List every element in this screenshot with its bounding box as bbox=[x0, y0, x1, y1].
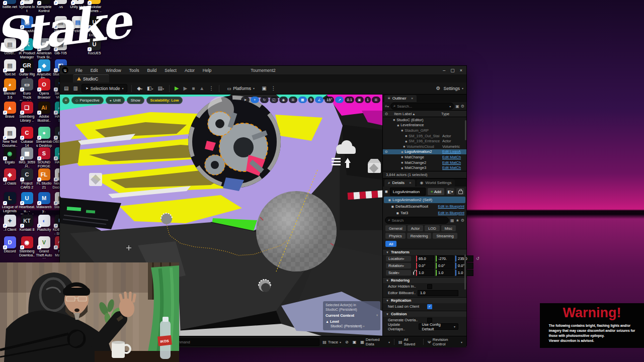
screenshot-icon[interactable]: ▣ bbox=[353, 340, 357, 344]
close-icon[interactable]: × bbox=[409, 180, 412, 185]
play-options-kebab-icon[interactable]: ⋮ bbox=[208, 85, 215, 91]
capture-icon[interactable]: ▣ bbox=[261, 85, 267, 91]
gear-icon[interactable]: ⚙ bbox=[461, 218, 464, 223]
derived-data-button[interactable]: ▦Derived Data▾ bbox=[360, 337, 390, 346]
actor-name-field[interactable]: LogoAnimation bbox=[390, 188, 426, 196]
desktop-icon[interactable]: ◆ ↗ ..t Oasis bbox=[2, 168, 18, 186]
scale-lock-icon[interactable] bbox=[413, 272, 414, 275]
desktop-icon[interactable]: K ↗ Komplete Kontrol bbox=[36, 0, 52, 13]
menu-item[interactable]: Tools bbox=[125, 68, 143, 73]
scalability-badge[interactable]: Scalability: Low bbox=[146, 97, 183, 104]
outliner-search-input[interactable]: ⌕ Search... ▾ bbox=[390, 103, 454, 110]
filter-icon[interactable]: ≡▾ bbox=[385, 104, 389, 109]
type-link[interactable]: Volumetric bbox=[442, 144, 465, 149]
rotation-snap-icon[interactable]: ∠ bbox=[315, 97, 324, 103]
desktop-icon[interactable]: ❏ ↗ Steinberg Library .. bbox=[19, 102, 35, 123]
outliner-row[interactable]: ◼ LevelInstance bbox=[383, 123, 466, 128]
outliner-row[interactable]: ◼ MatChange3 Edit MatCh bbox=[383, 165, 466, 170]
maximize-viewport-icon[interactable]: ⊞ bbox=[372, 97, 380, 103]
menu-item[interactable]: Edit bbox=[87, 68, 102, 73]
desktop-icon[interactable]: ▭ ↗ Euro Truck Simulator 2 bbox=[19, 78, 35, 101]
section-rendering[interactable]: ▼Rendering bbox=[383, 277, 466, 283]
scale-tool-icon[interactable]: ◱ bbox=[270, 97, 278, 103]
desktop-icon[interactable]: ● ↗ Streamlabs Desktop bbox=[36, 127, 52, 148]
desktop-icon[interactable]: S ↗ SOUND FORGE Au.. bbox=[36, 147, 52, 169]
type-link[interactable]: Edit MatCh bbox=[442, 155, 465, 159]
all-saved-button[interactable]: ▤All Saved bbox=[398, 337, 419, 346]
type-link[interactable]: Edit MatCh bbox=[442, 160, 465, 165]
blueprint-icon[interactable]: ◧▾ bbox=[146, 85, 154, 91]
desktop-icon[interactable]: ✦ ↗ ..t Client bbox=[2, 215, 18, 232]
type-link[interactable]: Edit MatCh bbox=[442, 165, 465, 170]
menu-item[interactable]: Window bbox=[102, 68, 125, 73]
outliner-row[interactable]: ◼ MatChange2 Edit MatCh bbox=[383, 160, 466, 165]
rotate-tool-icon[interactable]: ↻ bbox=[260, 97, 269, 103]
desktop-icon[interactable]: C ↗ Cubase 14 bbox=[19, 127, 35, 148]
skip-button[interactable]: ▶ bbox=[183, 85, 189, 91]
desktop-icon[interactable]: ▢ ↗ OculusMir.. bbox=[19, 16, 35, 37]
tab-outliner[interactable]: ≡ Outliner × bbox=[384, 95, 417, 102]
outliner-header[interactable]: ⊙ Item Label ▴ Type bbox=[383, 110, 466, 117]
value-x[interactable]: 0.0° bbox=[416, 262, 434, 269]
desktop-icon[interactable]: ◉ ↗ Steinberg Downloa.. bbox=[19, 236, 35, 257]
desktop-icon[interactable]: ▤ ↗ GPeMDo.. bbox=[69, 16, 86, 33]
outliner-row[interactable]: ◼ SM_196_Entrance Actor bbox=[383, 138, 466, 144]
folder-icon[interactable]: ▣ bbox=[455, 104, 459, 109]
view-mode-dropdown[interactable]: ● Unlit bbox=[106, 97, 125, 104]
filter-chip[interactable]: General bbox=[385, 225, 406, 231]
desktop-icon[interactable]: IK ↗ IK Product Manager bbox=[19, 38, 35, 59]
edit-in-blueprint-link[interactable]: Edit in Blueprint bbox=[438, 204, 464, 209]
filter-chip[interactable]: Misc bbox=[441, 225, 456, 231]
rotation-snap-value[interactable]: 15° bbox=[325, 97, 334, 103]
value-x[interactable]: 65.0 bbox=[416, 255, 434, 262]
grid-icon[interactable]: ▦ bbox=[450, 218, 454, 223]
save-icon[interactable]: ▤ bbox=[63, 85, 69, 91]
close-button[interactable]: × bbox=[460, 68, 462, 73]
desktop-icon[interactable]: D ↗ Discord bbox=[2, 236, 18, 253]
edit-in-blueprint-link[interactable]: Edit in Blueprint bbox=[438, 211, 464, 215]
value-x[interactable]: 1.0 bbox=[416, 269, 434, 276]
add-component-button[interactable]: +Add bbox=[428, 188, 444, 195]
desktop-icon[interactable]: KT ↗ Kontakt 8 bbox=[19, 215, 35, 232]
type-link[interactable]: Actor bbox=[442, 139, 465, 143]
desktop-icon[interactable]: ▤ ↗ GB-T05 bbox=[52, 38, 69, 55]
tab-world-settings[interactable]: ◉ World Settings bbox=[417, 179, 455, 187]
desktop-icon[interactable]: FL ↗ FL Studio 21 bbox=[36, 168, 52, 190]
outliner-row[interactable]: ◼ SM_195_Out_Stai Actor bbox=[383, 133, 466, 139]
maximize-button[interactable]: ▢ bbox=[450, 68, 455, 73]
filter-chip[interactable]: Physics bbox=[385, 233, 406, 239]
net-load-checkbox[interactable]: ✓ bbox=[427, 304, 432, 309]
desktop-icon[interactable]: GR ↗ Guitar Rig 7 bbox=[19, 59, 35, 80]
outliner-row[interactable]: ◼ Stadium_GRP bbox=[383, 128, 466, 133]
outliner-row[interactable]: ◼ StudioC (Editor) bbox=[383, 117, 466, 123]
tab-studioc[interactable]: StudioC bbox=[73, 74, 109, 82]
menu-item[interactable]: Actor bbox=[181, 68, 199, 73]
desktop-icon[interactable]: vs ↗ .vs bbox=[52, 0, 69, 9]
desktop-icon[interactable]: ▤ ↗ New Text Docume.. bbox=[2, 127, 18, 148]
filter-chip[interactable]: Actor bbox=[408, 225, 424, 231]
eye-icon[interactable]: ⊙ bbox=[384, 150, 389, 154]
scrollbar[interactable] bbox=[465, 120, 466, 140]
selection-mode-button[interactable]: ➤ Selection Mode ▾ bbox=[82, 84, 127, 93]
blueprint-convert-icon[interactable]: ◧▾ bbox=[446, 188, 454, 195]
details-search-input[interactable]: ⌕ Search bbox=[385, 217, 449, 224]
desktop-icon[interactable]: ▤ ↗ Gover.. bbox=[2, 38, 18, 55]
camera-speed-icon[interactable]: ↗ bbox=[335, 97, 344, 103]
show-dropdown[interactable]: Show bbox=[127, 97, 144, 104]
desktop-icon[interactable]: ◉ ↗ Elgato bbox=[2, 147, 18, 164]
value-y[interactable]: -270. bbox=[436, 255, 454, 262]
component-row[interactable]: ◼ DefaultSceneRoot Edit in Blueprint bbox=[383, 203, 466, 210]
platforms-button[interactable]: ▭ Platforms ▾ bbox=[223, 84, 258, 92]
reset-icon[interactable]: ↺ bbox=[476, 256, 479, 261]
trace-button[interactable]: ▤Trace▾ bbox=[323, 340, 341, 344]
revision-control-button[interactable]: ΨRevision Control▾ bbox=[428, 337, 462, 346]
menu-item[interactable]: Select bbox=[160, 68, 181, 73]
menu-item[interactable]: Build bbox=[143, 68, 160, 73]
current-context-header[interactable]: Current Context ▾ bbox=[326, 313, 378, 318]
outliner-row[interactable]: ⊙ ◼ LogoAnimation2 Edit LogoA bbox=[383, 149, 466, 155]
import-icon[interactable]: ▥ bbox=[72, 85, 78, 91]
filter-chip[interactable]: LOD bbox=[425, 225, 439, 231]
move-tool-icon[interactable]: + bbox=[251, 97, 259, 103]
update-overlaps-select[interactable]: Use Config Default▾ bbox=[419, 323, 458, 330]
star-icon[interactable]: ★ bbox=[456, 218, 459, 223]
